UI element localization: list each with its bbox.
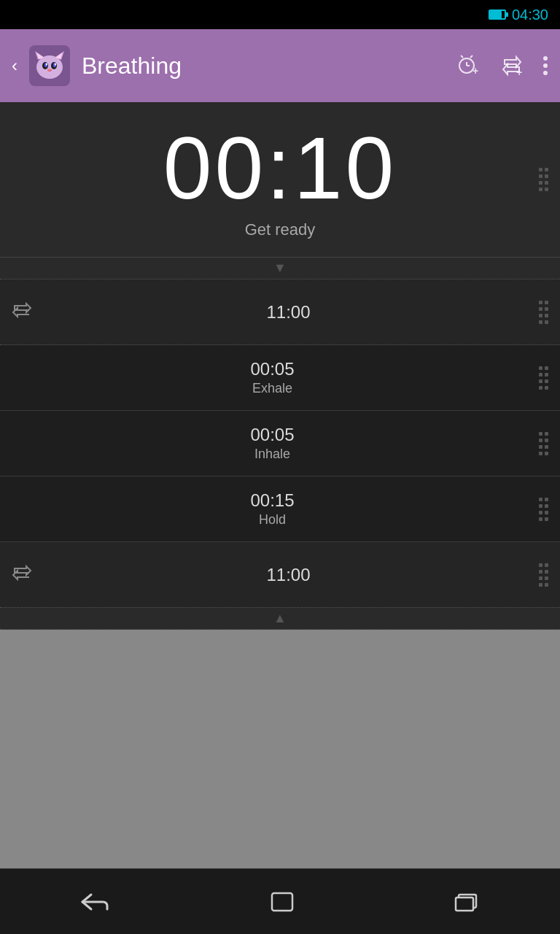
svg-point-0: [36, 55, 63, 79]
row-drag-handle: [539, 366, 548, 390]
app-logo: [29, 45, 70, 86]
app-bar: ‹ Breathing: [0, 29, 560, 102]
battery-icon: [489, 9, 506, 20]
home-nav-icon[interactable]: [269, 890, 295, 914]
svg-point-9: [46, 63, 47, 66]
row-time: 00:05: [250, 359, 294, 379]
svg-text:+: +: [472, 65, 478, 77]
svg-point-10: [55, 63, 56, 66]
list-item[interactable]: 11:00: [0, 542, 560, 608]
list-collapse-header[interactable]: ▼: [0, 258, 560, 279]
row-time: 11:00: [266, 302, 310, 323]
row-name: Hold: [259, 512, 286, 528]
repeat-icon: [12, 565, 32, 585]
bottom-nav: [0, 868, 560, 934]
svg-rect-25: [456, 898, 473, 911]
row-drag-handle: [539, 432, 548, 455]
svg-line-15: [470, 55, 472, 58]
list-expand-footer[interactable]: ▲: [0, 608, 560, 630]
add-repeat-icon[interactable]: +: [499, 53, 525, 79]
row-name: Exhale: [252, 381, 292, 396]
back-nav-icon[interactable]: [79, 892, 110, 912]
list-item[interactable]: 00:05 Exhale: [0, 345, 560, 411]
row-drag-handle: [539, 563, 548, 587]
row-drag-handle: [539, 498, 548, 521]
add-alarm-icon[interactable]: +: [455, 53, 481, 79]
arrow-down-icon: ▼: [0, 258, 560, 279]
row-time: 11:00: [266, 565, 310, 585]
svg-line-14: [461, 55, 463, 58]
svg-point-21: [543, 63, 548, 68]
collapsed-area: [0, 630, 560, 868]
svg-rect-23: [272, 893, 292, 911]
row-content: 00:05 Inhale: [12, 425, 533, 462]
more-options-icon[interactable]: [542, 54, 548, 77]
timer-display: 00:10: [163, 124, 397, 212]
list-item[interactable]: 11:00: [0, 279, 560, 345]
svg-point-20: [543, 56, 548, 61]
row-content: 11:00: [44, 565, 533, 585]
row-content: 00:15 Hold: [12, 490, 533, 528]
row-time: 00:05: [250, 425, 294, 445]
list-item[interactable]: 00:05 Inhale: [0, 411, 560, 476]
list-section: ▼ 11:00 00:05 Exhale: [0, 257, 560, 868]
timer-label: Get ready: [245, 220, 316, 239]
row-name: Inhale: [254, 447, 290, 462]
row-content: 00:05 Exhale: [12, 359, 533, 396]
svg-text:+: +: [516, 66, 522, 78]
status-time: 04:30: [512, 7, 548, 23]
row-drag-handle: [539, 301, 548, 324]
list-item[interactable]: 00:15 Hold: [0, 476, 560, 542]
row-time: 00:15: [250, 490, 294, 511]
status-bar: 04:30: [0, 0, 560, 29]
app-title: Breathing: [82, 53, 443, 80]
svg-point-22: [543, 71, 548, 75]
timer-section: 00:10 Get ready: [0, 102, 560, 257]
timer-drag-handle: [539, 168, 548, 191]
recents-nav-icon[interactable]: [454, 892, 481, 912]
arrow-up-icon: ▲: [0, 608, 560, 629]
row-content: 11:00: [44, 302, 533, 323]
repeat-icon: [12, 302, 32, 323]
back-icon[interactable]: ‹: [12, 55, 18, 76]
app-bar-actions: + +: [455, 53, 548, 79]
